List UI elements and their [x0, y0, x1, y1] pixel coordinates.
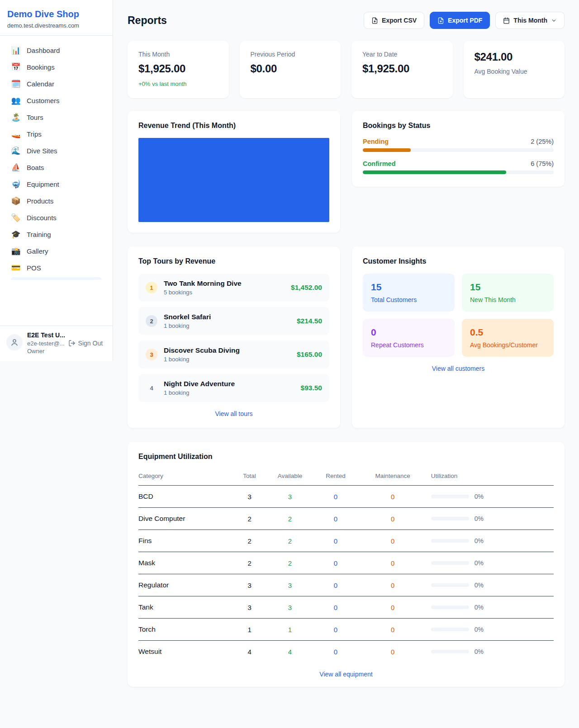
equipment-rented: 0	[308, 486, 362, 508]
user-name: E2E Test U...	[27, 331, 106, 339]
customer-insights-panel: Customer Insights 15 Total Customers 15 …	[352, 246, 565, 428]
equipment-rented: 0	[308, 596, 362, 619]
sidebar-user-footer: E2E Test U... e2e-tester@... Sign Out Ow…	[0, 326, 113, 361]
rank-badge: 3	[146, 349, 157, 360]
equipment-maintenance: 0	[363, 619, 423, 641]
equipment-total: 2	[228, 530, 271, 552]
equipment-utilization: 0%	[423, 486, 554, 508]
equipment-utilization: 0%	[423, 641, 554, 663]
stat-card-avg-booking-value: $241.00 Avg Booking Value	[464, 41, 565, 98]
view-all-equipment-link[interactable]: View all equipment	[138, 671, 554, 678]
equipment-utilization: 0%	[423, 508, 554, 530]
people-icon: 👥	[11, 97, 21, 104]
sidebar-item-dive-sites[interactable]: 🌊 Dive Sites	[5, 142, 107, 159]
sidebar-item-products[interactable]: 📦 Products	[5, 193, 107, 209]
equipment-category: Tank	[138, 596, 228, 619]
sign-out-button[interactable]: Sign Out	[68, 340, 103, 347]
view-all-tours-link[interactable]: View all tours	[138, 410, 329, 417]
equipment-category: Regulator	[138, 574, 228, 596]
tour-row: 1 Two Tank Morning Dive 5 bookings $1,45…	[138, 274, 329, 302]
equipment-total: 2	[228, 552, 271, 574]
equipment-table-row: Wetsuit44000%	[138, 641, 554, 663]
sidebar-item-equipment[interactable]: 🤿 Equipment	[5, 176, 107, 193]
revenue-trend-panel: Revenue Trend (This Month)	[128, 111, 340, 233]
page-header: Reports Export CSV Export PDF This Month	[128, 12, 565, 29]
equipment-available: 2	[271, 552, 309, 574]
progress-track	[363, 148, 554, 152]
utilization-percent: 0%	[475, 648, 484, 655]
sidebar-item-training[interactable]: 🎓 Training	[5, 226, 107, 243]
stat-card-previous-period: Previous Period $0.00	[240, 41, 341, 98]
chevron-down-icon	[551, 18, 557, 24]
utilization-bar	[431, 561, 469, 565]
export-pdf-button[interactable]: Export PDF	[430, 12, 490, 29]
user-role: Owner	[27, 348, 106, 355]
equipment-table-row: Tank33000%	[138, 596, 554, 619]
rank-badge: 1	[146, 282, 157, 293]
speedboat-icon: 🚤	[11, 130, 21, 138]
bar-chart-icon: 📊	[11, 47, 21, 54]
sidebar-item-tours[interactable]: 🏝️ Tours	[5, 109, 107, 126]
file-download-icon	[371, 17, 378, 24]
equipment-table-row: Dive Computer22000%	[138, 508, 554, 530]
avatar	[6, 334, 23, 350]
equipment-rented: 0	[308, 530, 362, 552]
sidebar-item-boats[interactable]: ⛵ Boats	[5, 159, 107, 176]
rank-badge: 4	[146, 382, 157, 394]
bookings-by-status-panel: Bookings by Status Pending 2 (25%) Confi…	[352, 111, 565, 187]
period-select[interactable]: This Month	[495, 12, 565, 29]
wave-icon: 🌊	[11, 147, 21, 155]
utilization-bar	[431, 517, 469, 520]
tile-avg-bookings-customer: 0.5 Avg Bookings/Customer	[462, 319, 554, 357]
calendar-icon: 🗓️	[11, 80, 21, 88]
sidebar-item-bookings[interactable]: 📅 Bookings	[5, 59, 107, 76]
equipment-category: Wetsuit	[138, 641, 228, 663]
calendar-date-icon: 📅	[11, 63, 21, 71]
file-download-icon	[437, 17, 444, 24]
utilization-percent: 0%	[475, 537, 484, 544]
equipment-total: 3	[228, 596, 271, 619]
equipment-utilization: 0%	[423, 596, 554, 619]
charts-row: Revenue Trend (This Month) Bookings by S…	[128, 111, 565, 233]
equipment-rented: 0	[308, 641, 362, 663]
utilization-percent: 0%	[475, 493, 484, 500]
equipment-table-row: Fins22000%	[138, 530, 554, 552]
sidebar-item-trips[interactable]: 🚤 Trips	[5, 126, 107, 142]
equipment-utilization: 0%	[423, 552, 554, 574]
graduation-cap-icon: 🎓	[11, 231, 21, 238]
rank-badge: 2	[146, 315, 157, 327]
export-csv-button[interactable]: Export CSV	[364, 12, 424, 29]
tile-total-customers: 15 Total Customers	[363, 274, 455, 312]
sidebar-item-reports-partial[interactable]	[11, 277, 102, 280]
utilization-percent: 0%	[475, 626, 484, 633]
sidebar-item-discounts[interactable]: 🏷️ Discounts	[5, 209, 107, 226]
utilization-percent: 0%	[475, 559, 484, 567]
utilization-percent: 0%	[475, 515, 484, 522]
tour-row: 3 Discover Scuba Diving 1 booking $165.0…	[138, 340, 329, 369]
view-all-customers-link[interactable]: View all customers	[363, 365, 554, 372]
sidebar-item-dashboard[interactable]: 📊 Dashboard	[5, 42, 107, 59]
tile-repeat-customers: 0 Repeat Customers	[363, 319, 455, 357]
equipment-rented: 0	[308, 574, 362, 596]
sailboat-icon: ⛵	[11, 164, 21, 171]
equipment-available: 3	[271, 486, 309, 508]
insight-tiles: 15 Total Customers 15 New This Month 0 R…	[363, 274, 554, 357]
utilization-percent: 0%	[475, 604, 484, 611]
progress-fill-confirmed	[363, 170, 506, 174]
equipment-table-body: BCD33000%Dive Computer22000%Fins22000%Ma…	[138, 486, 554, 663]
header-actions: Export CSV Export PDF This Month	[364, 12, 565, 29]
sidebar-item-gallery[interactable]: 📸 Gallery	[5, 243, 107, 260]
status-row-pending: Pending 2 (25%)	[363, 138, 554, 152]
status-row-confirmed: Confirmed 6 (75%)	[363, 160, 554, 174]
equipment-table: Category Total Available Rented Maintena…	[138, 469, 554, 662]
sidebar-item-calendar[interactable]: 🗓️ Calendar	[5, 76, 107, 92]
top-tours-panel: Top Tours by Revenue 1 Two Tank Morning …	[128, 246, 340, 428]
equipment-category: Fins	[138, 530, 228, 552]
utilization-bar	[431, 605, 469, 609]
equipment-total: 4	[228, 641, 271, 663]
equipment-available: 3	[271, 574, 309, 596]
sidebar-item-pos[interactable]: 💳 POS	[5, 260, 107, 276]
sidebar-item-customers[interactable]: 👥 Customers	[5, 92, 107, 109]
utilization-bar	[431, 495, 469, 498]
tag-icon: 🏷️	[11, 214, 21, 222]
